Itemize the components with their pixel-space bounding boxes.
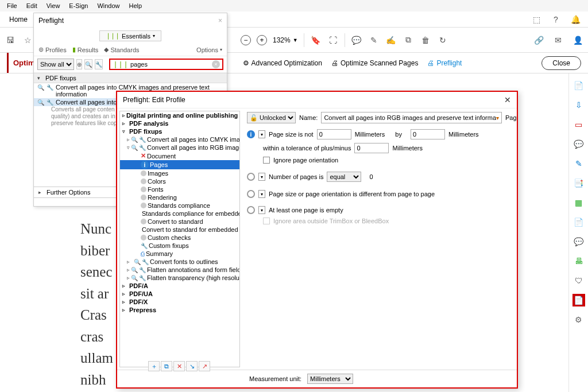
preflight-title: Preflight <box>38 17 64 25</box>
menu-file[interactable]: File <box>2 1 22 10</box>
tolerance-input[interactable] <box>354 143 389 153</box>
page-height-input[interactable] <box>411 129 445 139</box>
show-all-select[interactable]: Show all <box>37 59 74 70</box>
menu-esign[interactable]: E-Sign <box>64 1 92 10</box>
severity-radio[interactable] <box>247 173 255 181</box>
help-icon[interactable]: ? <box>550 14 562 25</box>
magnifier-icon <box>37 84 44 91</box>
comment-icon[interactable]: 💬 <box>351 34 362 46</box>
magnifier-icon <box>37 99 44 106</box>
rail-protect-icon[interactable]: 📄 <box>572 216 585 228</box>
menu-window[interactable]: Window <box>92 1 124 10</box>
wrench-icon <box>47 84 53 91</box>
rail-create-icon[interactable]: 📄 <box>572 79 585 92</box>
home-tab[interactable]: Home <box>0 13 37 26</box>
tab-results[interactable]: ▮Results <box>72 46 99 53</box>
tree-export-button[interactable]: ↗ <box>199 361 210 371</box>
rail-comment-icon[interactable]: 💬 <box>572 138 585 150</box>
tree-delete-button[interactable]: ✕ <box>173 361 185 371</box>
fit-icon[interactable]: ⛶ <box>327 34 339 46</box>
tree-pages-selected[interactable]: iPages <box>120 160 239 169</box>
bars-icon <box>113 60 128 68</box>
rail-redact-icon[interactable]: ▦ <box>572 196 585 209</box>
tab-profiles[interactable]: ⊚Profiles <box>38 46 67 53</box>
filter-profiles-icon[interactable]: ⊕ <box>76 59 82 69</box>
edit-profile-dialog: Preflight: Edit Profile ✕ ▹Digital print… <box>116 91 518 389</box>
rail-more-icon[interactable]: ⚙ <box>572 313 585 326</box>
info-icon[interactable]: i <box>247 130 255 138</box>
rail-export-icon[interactable]: ⇩ <box>572 99 585 111</box>
share-icon[interactable]: 🔗 <box>533 34 544 46</box>
document-content: Nunc biber senec sit ar Cras cras ullam … <box>80 218 113 392</box>
tree-import-button[interactable]: ↘ <box>186 361 198 371</box>
bell-icon[interactable]: 🔔 <box>570 14 581 25</box>
clear-icon[interactable]: × <box>212 60 220 68</box>
preflight-close-icon[interactable]: × <box>218 17 222 25</box>
bookmark-icon[interactable]: 🔖 <box>310 34 322 46</box>
search-input[interactable] <box>130 61 210 68</box>
measurement-unit-label: Measurement unit: <box>249 375 301 382</box>
rotate-icon[interactable]: ↻ <box>437 34 448 46</box>
menu-view[interactable]: View <box>42 1 65 10</box>
menu-help[interactable]: Help <box>125 1 147 10</box>
section-pdf-fixups[interactable]: ▾PDF fixups <box>34 73 227 83</box>
rail-fill-icon[interactable]: 🖶 <box>572 255 585 267</box>
ignore-trimbox-checkbox[interactable] <box>263 218 270 224</box>
preflight-search[interactable]: × <box>109 59 223 70</box>
severity-radio[interactable] <box>247 206 255 214</box>
dialog-close-icon[interactable]: ✕ <box>504 95 511 104</box>
filter-checks-icon[interactable] <box>84 59 92 69</box>
rail-compress-icon[interactable]: 💬 <box>572 235 585 248</box>
rail-organize-icon[interactable]: ✎ <box>572 157 585 170</box>
save-icon[interactable]: 🖫 <box>5 34 16 46</box>
mail-icon[interactable]: ✉ <box>552 34 564 46</box>
highlight-icon[interactable]: ✎ <box>368 34 380 46</box>
right-tools-rail: 📄 ⇩ ▭ 💬 ✎ 📑 ▦ 📄 💬 🖶 🛡 📄 ⚙ <box>568 73 588 392</box>
zoom-level[interactable]: 132% <box>273 36 291 44</box>
severity-dropdown[interactable]: ▾ <box>258 130 265 138</box>
filter-fixups-icon[interactable] <box>95 59 103 69</box>
zoom-out-icon[interactable]: − <box>241 35 251 45</box>
tree-add-button[interactable]: ＋ <box>148 361 160 371</box>
severity-dropdown[interactable]: ▾ <box>258 190 265 198</box>
options-menu[interactable]: Options ▾ <box>196 46 222 53</box>
severity-dropdown[interactable]: ▾ <box>258 173 265 181</box>
tab-standards[interactable]: ◆Standards <box>104 46 139 53</box>
tree-duplicate-button[interactable]: ⧉ <box>161 361 172 371</box>
num-pages-op[interactable]: equal <box>327 172 361 182</box>
star-icon[interactable]: ☆ <box>22 34 33 46</box>
measurement-unit-select[interactable]: Millimeters <box>307 374 353 384</box>
rail-combine-icon[interactable]: 📑 <box>572 177 585 189</box>
severity-radio[interactable] <box>247 190 255 198</box>
profile-name-field[interactable]: Convert all pages into RGB images and pr… <box>321 112 502 123</box>
essentials-dropdown[interactable]: Essentials▾ <box>99 30 161 41</box>
lock-select[interactable]: 🔓 Unlocked <box>247 112 296 123</box>
preflight-button[interactable]: 🖨Preflight <box>427 59 462 67</box>
severity-dropdown[interactable]: ▾ <box>258 206 265 214</box>
delete-icon[interactable]: 🗑 <box>420 34 431 46</box>
rail-optimize-icon[interactable]: 📄 <box>572 294 585 306</box>
profile-tree[interactable]: ▹Digital printing and online publishing … <box>119 111 240 367</box>
check-num-pages-label: Number of pages is <box>269 173 323 180</box>
bars-icon <box>106 32 119 40</box>
account-icon[interactable]: 👤 <box>572 34 583 46</box>
wrench-icon <box>47 99 53 106</box>
dialog-title: Preflight: Edit Profile <box>123 96 185 104</box>
menu-edit[interactable]: Edit <box>22 1 42 10</box>
menubar: File Edit View E-Sign Window Help <box>0 0 588 11</box>
check-empty-label: At least one page is empty <box>269 207 343 214</box>
zoom-in-icon[interactable]: + <box>257 35 267 45</box>
ignore-orientation-checkbox[interactable] <box>263 157 270 164</box>
close-button[interactable]: Close <box>541 56 581 70</box>
page-indicator: Pages <box>505 114 517 121</box>
advanced-optimization[interactable]: ⚙Advanced Optimization <box>243 59 322 67</box>
stamp2-icon[interactable]: ⧉ <box>403 34 414 46</box>
rail-shield-icon[interactable]: 🛡 <box>572 274 585 287</box>
stamp-icon[interactable]: ⬚ <box>531 14 542 25</box>
sign-icon[interactable]: ✍ <box>385 34 397 46</box>
page-width-input[interactable] <box>317 129 351 139</box>
check-page-size-label: Page size is not <box>269 131 314 138</box>
optimize-label: Optim <box>7 53 35 73</box>
rail-edit-icon[interactable]: ▭ <box>572 118 585 131</box>
optimize-scanned[interactable]: 🖨Optimize Scanned Pages <box>331 59 418 67</box>
